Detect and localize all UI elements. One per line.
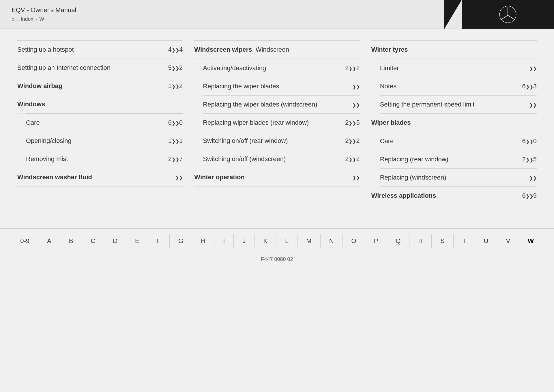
alpha-item-t[interactable]: T <box>454 234 475 248</box>
alpha-item-g[interactable]: G <box>170 234 192 248</box>
entry-page: ❯❯ <box>352 83 360 90</box>
alpha-item-i[interactable]: I <box>214 234 234 248</box>
entry-label: Replacing (windscreen) <box>380 174 526 181</box>
entry-label: Removing mist <box>26 155 165 163</box>
breadcrumb-w[interactable]: W <box>39 16 44 22</box>
alpha-item-k[interactable]: K <box>254 234 276 248</box>
list-item-replacing-wiper-blades[interactable]: Replacing the wiper blades ❯❯ <box>203 77 360 96</box>
entry-page: 2❯❯2 <box>345 155 360 163</box>
main-content: Setting up a hotspot 4❯❯4 Setting up an … <box>0 29 554 216</box>
manual-title: EQV - Owner's Manual <box>12 6 76 14</box>
page-header: EQV - Owner's Manual ⌂ › Index › W <box>0 0 554 29</box>
alpha-item-u[interactable]: U <box>475 234 497 248</box>
column-1: Setting up a hotspot 4❯❯4 Setting up an … <box>17 40 188 186</box>
alpha-item-e[interactable]: E <box>126 234 148 248</box>
entry-label: Windscreen washer fluid <box>17 173 172 181</box>
entry-page: 2❯❯2 <box>345 64 360 72</box>
entry-page: ❯❯ <box>352 101 360 108</box>
alpha-item-o[interactable]: O <box>343 234 365 248</box>
alpha-item-q[interactable]: Q <box>387 234 409 248</box>
list-item[interactable]: Winter tyres <box>371 40 537 59</box>
list-item[interactable]: Opening/closing 1❯❯1 <box>26 132 183 150</box>
footer-code: F447 0080 02 <box>261 256 293 262</box>
entry-page: 2❯❯7 <box>168 155 183 163</box>
list-item-setting-permanent-speed-limit[interactable]: Setting the permanent speed limit ❯❯ <box>380 96 537 114</box>
svg-line-2 <box>501 15 508 20</box>
header-logo-area <box>462 0 554 29</box>
entry-label: Replacing the wiper blades <box>203 83 349 90</box>
entry-page: 2❯❯5 <box>345 119 360 126</box>
header-left: EQV - Owner's Manual ⌂ › Index › W <box>0 2 88 27</box>
home-icon[interactable]: ⌂ <box>12 16 15 22</box>
list-item[interactable]: Replacing (windscreen) ❯❯ <box>380 169 537 187</box>
list-item[interactable]: Switching on/off (windscreen) 2❯❯2 <box>203 150 360 168</box>
entry-page: 2❯❯2 <box>345 137 360 145</box>
list-item[interactable]: Replacing (rear window) 2❯❯5 <box>380 150 537 169</box>
entry-label: Notes <box>380 83 519 90</box>
entry-page: ❯❯ <box>529 101 537 108</box>
list-item[interactable]: Windscreen wipers, Windscreen <box>194 40 360 59</box>
alpha-item-l[interactable]: L <box>276 234 297 248</box>
entry-page: 6❯❯0 <box>168 119 183 126</box>
list-item-removing-mist[interactable]: Removing mist 2❯❯7 <box>26 150 183 168</box>
entry-label: Windows <box>17 100 180 108</box>
mercedes-logo <box>499 6 516 23</box>
entry-label: Switching on/off (windscreen) <box>203 155 342 163</box>
entry-page: ❯❯ <box>352 173 360 181</box>
breadcrumb-sep2: › <box>36 17 37 22</box>
entry-label: Setting the permanent speed limit <box>380 101 526 108</box>
entry-label: Windscreen wipers, Windscreen <box>194 46 357 53</box>
list-item[interactable]: Setting up an Internet connection 5❯❯2 <box>17 59 183 77</box>
entry-label: Opening/closing <box>26 137 165 145</box>
page-footer: F447 0080 02 <box>0 253 554 265</box>
alpha-item-w[interactable]: W <box>519 234 542 248</box>
entry-page: 5❯❯2 <box>168 64 183 72</box>
list-item[interactable]: Activating/deactivating 2❯❯2 <box>203 59 360 77</box>
list-item-notes[interactable]: Notes 6❯❯3 <box>380 77 537 96</box>
alpha-item-h[interactable]: H <box>192 234 214 248</box>
entry-page: ❯❯ <box>175 173 183 181</box>
alpha-item-r[interactable]: R <box>409 234 432 248</box>
list-item[interactable]: Windows <box>17 95 183 113</box>
list-item[interactable]: Wiper blades <box>371 114 537 132</box>
entry-page: ❯❯ <box>529 64 537 72</box>
entry-page: 2❯❯5 <box>522 156 537 163</box>
list-item[interactable]: Replacing wiper blades (rear window) 2❯❯… <box>203 114 360 132</box>
alpha-item-j[interactable]: J <box>234 234 254 248</box>
alpha-item-f[interactable]: F <box>148 234 170 248</box>
alpha-item-b[interactable]: B <box>60 234 82 248</box>
list-item[interactable]: Setting up a hotspot 4❯❯4 <box>17 40 183 59</box>
alpha-item-p[interactable]: P <box>365 234 387 248</box>
list-item[interactable]: Window airbag 1❯❯2 <box>17 77 183 95</box>
entry-page: 1❯❯1 <box>168 137 183 145</box>
entry-label: Replacing the wiper blades (windscreen) <box>203 101 349 108</box>
alpha-item-s[interactable]: S <box>432 234 454 248</box>
entry-page: 1❯❯2 <box>168 82 183 90</box>
list-item[interactable]: Winter operation ❯❯ <box>194 168 360 186</box>
breadcrumb: ⌂ › Index › W <box>12 16 76 22</box>
breadcrumb-sep1: › <box>17 17 18 22</box>
list-item[interactable]: Care 6❯❯0 <box>26 113 183 132</box>
column-2: Windscreen wipers, Windscreen Activating… <box>188 40 365 186</box>
list-item-wireless-applications[interactable]: Wireless applications 6❯❯9 <box>371 187 537 205</box>
entry-label: Care <box>380 137 519 145</box>
alpha-item-a[interactable]: A <box>38 234 60 248</box>
alpha-item-v[interactable]: V <box>497 234 519 248</box>
alpha-item-d[interactable]: D <box>104 234 126 248</box>
entry-label: Winter operation <box>194 173 349 181</box>
alpha-item-c[interactable]: C <box>82 234 104 248</box>
breadcrumb-index[interactable]: Index <box>21 16 33 22</box>
alpha-item-n[interactable]: N <box>321 234 343 248</box>
alpha-item-m[interactable]: M <box>297 234 320 248</box>
entry-label: Window airbag <box>17 82 165 90</box>
entry-label: Replacing (rear window) <box>380 156 519 163</box>
list-item[interactable]: Limiter ❯❯ <box>380 59 537 77</box>
list-item[interactable]: Replacing the wiper blades (windscreen) … <box>203 96 360 114</box>
entry-label: Wireless applications <box>371 192 519 199</box>
list-item[interactable]: Switching on/off (rear window) 2❯❯2 <box>203 132 360 150</box>
alpha-item-09[interactable]: 0-9 <box>12 234 38 248</box>
list-item-windscreen-washer-fluid[interactable]: Windscreen washer fluid ❯❯ <box>17 168 183 186</box>
list-item[interactable]: Care 6❯❯0 <box>380 132 537 150</box>
entry-label: Wiper blades <box>371 119 534 126</box>
entry-label: Setting up a hotspot <box>17 46 165 53</box>
